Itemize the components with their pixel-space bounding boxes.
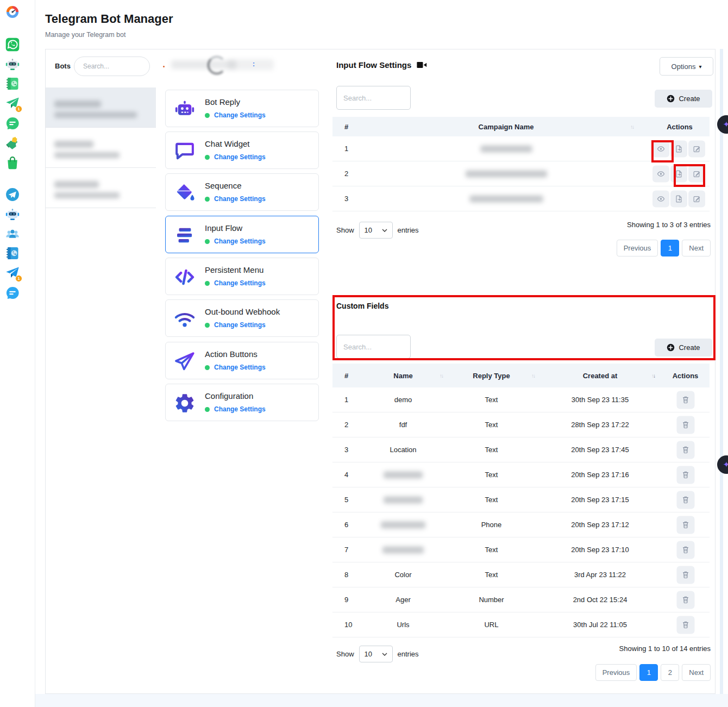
delete-button[interactable] xyxy=(676,541,694,559)
card-configuration[interactable]: Configuration Change Settings xyxy=(165,384,319,421)
export-button[interactable] xyxy=(670,165,687,182)
entries-label: entries xyxy=(398,226,419,234)
scrollbar-track[interactable] xyxy=(720,49,723,694)
row-number: 8 xyxy=(332,571,362,579)
row-number: 5 xyxy=(332,496,362,504)
assistant-sparkle-button[interactable]: ✦ xyxy=(717,115,728,134)
delete-button[interactable] xyxy=(676,416,694,434)
integration-puzzle-icon[interactable] xyxy=(5,135,20,151)
col-actions: Actions xyxy=(650,123,710,131)
sort-icon[interactable]: ↑↓ xyxy=(440,373,443,379)
plane-blue-icon[interactable]: 1 xyxy=(5,265,20,280)
change-settings-link[interactable]: Change Settings xyxy=(214,111,266,119)
whatsapp-icon[interactable] xyxy=(5,37,20,52)
change-settings-link[interactable]: Change Settings xyxy=(214,153,266,161)
chat-blue-icon[interactable] xyxy=(5,285,20,301)
created-at: 30th Sep 23 11:35 xyxy=(539,396,661,404)
speedometer-icon[interactable] xyxy=(5,4,20,20)
delete-button[interactable] xyxy=(676,466,694,484)
bots-label: Bots xyxy=(55,62,71,70)
change-settings-link[interactable]: Change Settings xyxy=(214,321,266,329)
contacts-blue-icon[interactable] xyxy=(5,246,20,261)
view-button[interactable] xyxy=(652,165,669,182)
change-settings-link[interactable]: Change Settings xyxy=(214,405,266,413)
previous-page-button[interactable]: Previous xyxy=(595,664,637,681)
chevron-down-icon xyxy=(382,653,387,656)
next-page-button[interactable]: Next xyxy=(682,664,711,681)
sort-icon[interactable]: ↑↓ xyxy=(531,373,535,379)
card-sequence[interactable]: Sequence Change Settings xyxy=(165,173,319,211)
delete-button[interactable] xyxy=(676,566,694,584)
bots-panel: Bots xyxy=(45,49,156,694)
card-title: Bot Reply xyxy=(205,97,240,107)
campaign-row: 3 xyxy=(332,186,710,211)
change-settings-link[interactable]: Change Settings xyxy=(214,364,266,371)
delete-button[interactable] xyxy=(676,591,694,609)
telegram-icon[interactable] xyxy=(5,187,20,202)
audience-icon[interactable] xyxy=(5,226,20,241)
change-settings-link[interactable]: Change Settings xyxy=(214,237,266,245)
paint-bucket-icon xyxy=(173,182,196,204)
plane-green-icon[interactable]: 1 xyxy=(5,96,20,111)
col-created-at[interactable]: Created at↑↓ xyxy=(539,372,661,380)
card-bot-reply[interactable]: Bot Reply Change Settings xyxy=(165,90,319,127)
card-input-flow[interactable]: Input Flow Change Settings xyxy=(165,216,319,253)
card-outbound-webhook[interactable]: Out-bound Webhook Change Settings xyxy=(165,299,319,337)
robot-gray-icon[interactable] xyxy=(5,57,20,72)
caret-down-icon: ▾ xyxy=(699,64,701,70)
edit-button[interactable] xyxy=(688,165,705,182)
col-name[interactable]: Name↑↓ xyxy=(362,372,444,380)
assistant-sparkle-button[interactable]: ✦ xyxy=(717,455,728,474)
previous-page-button[interactable]: Previous xyxy=(617,240,658,256)
reply-type: Phone xyxy=(444,521,539,529)
chat-green-icon[interactable] xyxy=(5,116,20,131)
sort-icon[interactable]: ↑↓ xyxy=(630,124,633,130)
delete-button[interactable] xyxy=(676,616,694,634)
shop-bag-icon[interactable] xyxy=(5,155,20,170)
delete-button[interactable] xyxy=(676,441,694,459)
export-button[interactable] xyxy=(670,140,687,157)
custom-fields-search-input[interactable] xyxy=(336,335,411,359)
page-1-button[interactable]: 1 xyxy=(639,664,658,681)
bot-list-item-selected[interactable] xyxy=(46,87,156,128)
next-page-button[interactable]: Next xyxy=(682,240,711,256)
edit-button[interactable] xyxy=(688,140,705,157)
col-campaign-name[interactable]: Campaign Name↑↓ xyxy=(362,123,650,131)
col-reply-type[interactable]: Reply Type↑↓ xyxy=(444,372,539,380)
export-button[interactable] xyxy=(670,190,687,207)
field-name: Color xyxy=(362,571,444,579)
row-number: 1 xyxy=(332,396,362,404)
create-custom-field-button[interactable]: Create xyxy=(655,339,712,356)
view-button[interactable] xyxy=(652,140,669,157)
custom-field-row: 8 Color Text 3rd Apr 23 11:22 xyxy=(332,562,710,587)
edit-button[interactable] xyxy=(688,190,705,207)
campaign-search-input[interactable] xyxy=(336,86,411,110)
page-2-button[interactable]: 2 xyxy=(661,664,679,681)
bots-search-input[interactable] xyxy=(74,57,150,76)
field-name: Location xyxy=(362,446,444,454)
bot-list-item[interactable] xyxy=(46,168,156,208)
page-1-button[interactable]: 1 xyxy=(661,240,679,256)
page-size-row: Show 10 entries xyxy=(336,222,419,239)
robot-blue-icon[interactable] xyxy=(5,207,20,222)
page-size-select[interactable]: 10 xyxy=(359,222,393,239)
change-settings-link[interactable]: Change Settings xyxy=(214,279,266,287)
card-persistent-menu[interactable]: Persistent Menu Change Settings xyxy=(165,258,319,295)
campaign-name-blurred xyxy=(480,145,532,152)
delete-button[interactable] xyxy=(676,516,694,534)
card-chat-widget[interactable]: Chat Widget Change Settings xyxy=(165,132,319,169)
view-button[interactable] xyxy=(652,190,669,207)
page-size-select[interactable]: 10 xyxy=(359,646,393,662)
change-settings-link[interactable]: Change Settings xyxy=(214,195,266,203)
create-campaign-button[interactable]: Create xyxy=(655,90,712,108)
card-action-buttons[interactable]: Action Buttons Change Settings xyxy=(165,342,319,379)
contacts-green-icon[interactable] xyxy=(5,76,20,91)
status-green-dot xyxy=(205,239,210,244)
options-button[interactable]: Options▾ xyxy=(660,57,713,76)
delete-button[interactable] xyxy=(676,491,694,509)
bot-list-item[interactable] xyxy=(46,128,156,168)
created-at: 2nd Oct 22 15:24 xyxy=(539,596,661,604)
delete-button[interactable] xyxy=(676,391,694,409)
show-label: Show xyxy=(336,226,354,234)
sort-icon-descending[interactable]: ↑↓ xyxy=(651,373,655,379)
